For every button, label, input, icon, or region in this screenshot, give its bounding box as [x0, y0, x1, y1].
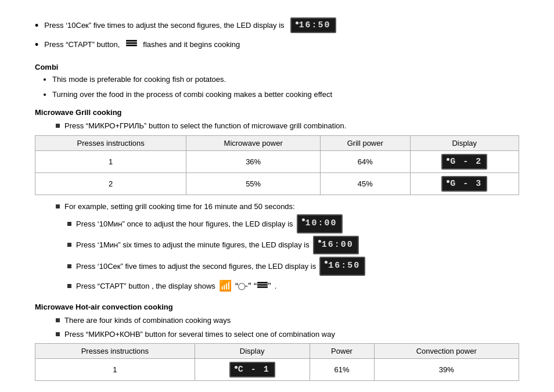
- ha-row1-power: 61%: [310, 359, 374, 381]
- square-bullet-ha1: [56, 318, 60, 322]
- grill-col-microwave: Microwave power: [186, 135, 321, 150]
- microwave-grill-section: Microwave Grill cooking Press “МИКРО+ГРИ…: [35, 108, 519, 294]
- led-16-00: 16:00: [313, 236, 359, 255]
- led-dot-ex1: [302, 218, 305, 221]
- grill-col-display: Display: [410, 135, 519, 150]
- top-bullet-2-text: Press “СТАРТ” button,: [44, 40, 120, 49]
- bullet-dot-2: •: [35, 39, 38, 50]
- ha-col-press: Presses instructions: [35, 344, 195, 359]
- grill-row2-display: G - 3: [410, 172, 519, 195]
- example-sub-3: Press ‘10Сек” five times to adjust the s…: [35, 257, 519, 276]
- hot-air-bullet1-text: There are four kinds of combination cook…: [64, 315, 231, 326]
- example-sub-4: Press “СТАРТ” button , the display shows…: [35, 278, 519, 295]
- square-bullet-example: [56, 204, 60, 208]
- grill-led-2: G - 3: [441, 176, 487, 192]
- example-intro-text: For example, setting grill cooking time …: [64, 201, 295, 213]
- grill-table: Presses instructions Microwave power Gri…: [35, 135, 519, 195]
- led-dot-top: [296, 21, 298, 24]
- hot-air-section: Microwave Hot-air convection cooking The…: [35, 303, 519, 381]
- hot-air-bullet-1: There are four kinds of combination cook…: [35, 315, 519, 326]
- hot-air-bullet-2: Press “МИКРО+КОНВ” button for several ti…: [35, 329, 519, 340]
- period: .: [275, 280, 277, 292]
- ha-row-1: 1 C - 1 61% 39%: [35, 359, 519, 381]
- ha-row1-convection: 39%: [374, 359, 519, 381]
- example-sub-1: Press ‘10Мин” once to adjust the hour fi…: [35, 214, 519, 233]
- grill-led-1: G - 2: [441, 154, 487, 170]
- example-sub-2: Press ‘1Мин” six times to adjust the min…: [35, 236, 519, 255]
- top-bullet-1: • Press ‘10Сек” five times to adjust the…: [35, 17, 519, 33]
- hot-air-table: Presses instructions Display Power Conve…: [35, 343, 519, 381]
- grill-col-press: Presses instructions: [35, 135, 186, 150]
- led-dot-ex2: [318, 240, 321, 243]
- square-bullet-ha2: [56, 332, 60, 336]
- square-bullet-intro: [56, 124, 60, 128]
- top-bullets-section: • Press ‘10Сек” five times to adjust the…: [35, 17, 519, 52]
- grill-row1-microwave: 36%: [186, 150, 321, 172]
- ha-col-power: Power: [310, 344, 374, 359]
- ha-row1-press: 1: [35, 359, 195, 381]
- grill-col-grill: Grill power: [321, 135, 410, 150]
- example-sub4-text: Press “СТАРТ” button , the display shows: [76, 280, 215, 292]
- ha-row1-display: C - 1: [195, 359, 310, 381]
- microwave-grill-intro-row: Press “МИКРО+ГРИЛЬ” button to select the…: [35, 120, 519, 132]
- ha-col-convection: Convection power: [374, 344, 519, 359]
- ha-led-c1: C - 1: [229, 362, 275, 377]
- led-10-00: 10:00: [297, 214, 343, 233]
- ha-led-dot: [235, 366, 238, 369]
- combi-title: Combi: [35, 63, 519, 71]
- ha-col-display: Display: [195, 344, 310, 359]
- square-bullet-ex3: [67, 264, 71, 268]
- hot-air-title: Microwave Hot-air convection cooking: [35, 303, 519, 311]
- hot-air-bullet2-text: Press “МИКРО+КОНВ” button for several ti…: [64, 329, 335, 340]
- grill-row-2: 2 55% 45% G - 3: [35, 172, 519, 195]
- square-bullet-ex2: [67, 243, 71, 247]
- combi-bullets: This mode is preferable for cooking fish…: [35, 74, 519, 100]
- top-bullet-1-text: Press ‘10Сек” five times to adjust the s…: [44, 21, 284, 30]
- led-16-50: 16:50: [319, 257, 365, 276]
- bullet-dot-1: •: [35, 20, 38, 31]
- omega-icon: 𝍢: [125, 37, 137, 52]
- example-sub1-text: Press ‘10Мин” once to adjust the hour fi…: [76, 218, 293, 230]
- grill-led-dot-2: [447, 180, 449, 183]
- square-bullet-ex1: [67, 222, 71, 226]
- wifi-icon: 📶: [219, 278, 232, 294]
- grill-row2-press: 2: [35, 172, 186, 195]
- example-sub3-text: Press ‘10Сек” five times to adjust the s…: [76, 261, 316, 272]
- example-sub2-text: Press ‘1Мин” six times to adjust the min…: [76, 239, 310, 251]
- grill-row1-grill: 64%: [321, 150, 410, 172]
- square-bullet-ex4: [67, 284, 71, 288]
- grill-row1-display: G - 2: [410, 150, 519, 172]
- grill-led-dot-1: [447, 158, 449, 161]
- example-sub4-suffix: “⧃” “𝍢”: [235, 278, 271, 295]
- top-bullet-2-suffix: flashes and it begins cooking: [143, 40, 240, 49]
- grill-row-1: 1 36% 64% G - 2: [35, 150, 519, 172]
- microwave-grill-title: Microwave Grill cooking: [35, 108, 519, 117]
- grill-row1-press: 1: [35, 150, 186, 172]
- led-dot-ex3: [325, 261, 328, 264]
- combi-bullet-1: This mode is preferable for cooking fish…: [52, 74, 519, 85]
- microwave-grill-intro-text: Press “МИКРО+ГРИЛЬ” button to select the…: [64, 120, 346, 132]
- led-display-top: 16:50: [290, 17, 336, 33]
- combi-bullet-2: Turning over the food in the process of …: [52, 89, 519, 100]
- top-bullet-2: • Press “СТАРТ” button, 𝍢 flashes and it…: [35, 37, 519, 52]
- combi-section: Combi This mode is preferable for cookin…: [35, 63, 519, 100]
- grill-row2-grill: 45%: [321, 172, 410, 195]
- example-intro-row: For example, setting grill cooking time …: [35, 201, 519, 213]
- grill-row2-microwave: 55%: [186, 172, 321, 195]
